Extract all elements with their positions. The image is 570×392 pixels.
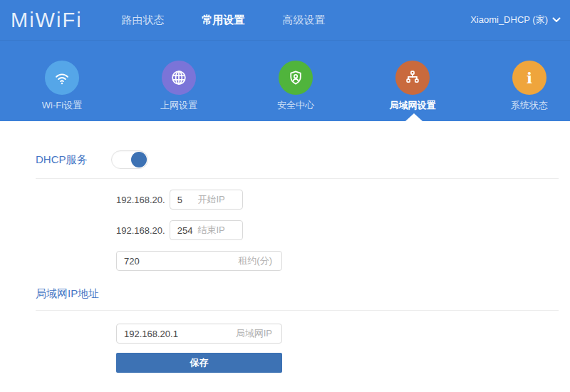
lan-ip-row: 局域网IP [116,324,570,344]
nav-item-common-settings[interactable]: 常用设置 [202,14,245,27]
lan-ip-section-title: 局域网IP地址 [36,287,99,301]
shield-icon [279,61,313,95]
miwifi-logo: MiWiFi [11,9,83,32]
start-ip-prefix: 192.168.20. [116,195,165,205]
active-tab-pointer [405,113,423,121]
tab-label-lan: 局域网设置 [390,99,436,112]
start-ip-input[interactable] [170,190,242,209]
tab-security-center[interactable]: 安全中心 [237,41,354,112]
lan-ip-section-header: 局域网IP地址 [36,282,559,301]
tab-internet-settings[interactable]: 上网设置 [120,41,237,112]
end-ip-input[interactable] [170,221,242,239]
info-icon: i [512,61,546,95]
dhcp-form: 192.168.20. 开始IP 192.168.20. 结束IP 租约(分) [116,179,570,271]
tab-wifi-settings[interactable]: Wi-Fi设置 [4,41,120,112]
lease-field-box: 租约(分) [116,251,282,271]
lease-input[interactable] [117,252,281,270]
miwifi-settings-page: MiWiFi 路由状态 常用设置 高级设置 Xiaomi_DHCP (家) [0,0,570,392]
tab-label-system: 系统状态 [511,99,548,112]
tab-label-internet: 上网设置 [160,99,197,112]
nav-item-advanced-settings[interactable]: 高级设置 [283,14,326,27]
tab-label-security: 安全中心 [277,99,314,112]
dhcp-end-ip-row: 192.168.20. 结束IP [116,220,570,240]
lan-ip-field-box: 局域网IP [116,324,282,344]
dhcp-lease-row: 租约(分) [116,251,570,271]
dhcp-toggle[interactable] [111,150,148,169]
start-ip-field-box: 开始IP [170,190,243,210]
dhcp-toggle-knob [131,152,147,167]
tab-label-wifi: Wi-Fi设置 [42,99,82,112]
lan-settings-panel: DHCP服务 192.168.20. 开始IP 192.168.20. 结束IP [0,121,570,373]
tab-lan-settings[interactable]: 局域网设置 [354,41,471,112]
dhcp-start-ip-row: 192.168.20. 开始IP [116,190,570,210]
top-navigation-bar: MiWiFi 路由状态 常用设置 高级设置 Xiaomi_DHCP (家) [0,0,570,41]
lan-ip-input[interactable] [117,324,281,343]
router-account-selector[interactable]: Xiaomi_DHCP (家) [470,14,561,26]
chevron-down-icon [552,17,561,23]
dhcp-section-header: DHCP服务 [36,121,559,169]
end-ip-field-box: 结束IP [170,220,243,240]
dhcp-section-title: DHCP服务 [36,153,88,167]
lan-ip-form: 局域网IP 保存 [116,311,570,373]
wifi-icon [45,61,79,95]
tab-system-status[interactable]: i 系统状态 [471,41,570,112]
router-name-label: Xiaomi_DHCP (家) [470,14,548,26]
lan-icon [395,61,430,95]
main-nav: 路由状态 常用设置 高级设置 [122,14,363,27]
settings-tab-strip: Wi-Fi设置 上网设置 [0,41,570,121]
settings-tabs: Wi-Fi设置 上网设置 [4,41,570,112]
globe-icon [162,61,196,95]
save-button[interactable]: 保存 [116,353,282,373]
nav-item-router-status[interactable]: 路由状态 [122,14,165,27]
end-ip-prefix: 192.168.20. [116,225,165,236]
